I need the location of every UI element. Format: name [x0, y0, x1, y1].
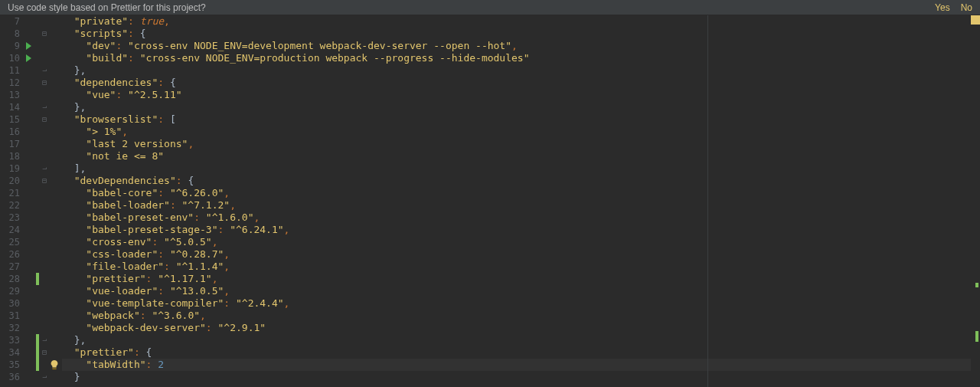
svg-rect-0	[52, 368, 56, 369]
line-number[interactable]: 23	[0, 212, 20, 224]
scrollbar-change-marker[interactable]	[975, 331, 978, 342]
line-number[interactable]: 20	[0, 175, 20, 187]
code-line[interactable]: "webpack": "^3.6.0",	[62, 310, 980, 322]
line-number[interactable]: 36	[0, 371, 20, 383]
code-line[interactable]: }	[62, 371, 980, 383]
line-number[interactable]: 16	[0, 126, 20, 138]
line-number[interactable]: 24	[0, 224, 20, 236]
notification-no-link[interactable]: No	[961, 0, 972, 15]
fold-end-icon: ⌐	[41, 101, 48, 113]
code-line[interactable]: "webpack-dev-server": "^2.9.1"	[62, 322, 980, 334]
run-gutter	[24, 15, 36, 387]
code-line[interactable]: "> 1%",	[62, 126, 980, 138]
fold-toggle-open-icon[interactable]: ⊟	[41, 28, 48, 40]
fold-toggle-open-icon[interactable]: ⊟	[41, 346, 48, 359]
intention-gutter	[48, 15, 62, 387]
code-line[interactable]: },	[62, 334, 980, 346]
code-line[interactable]: },	[62, 64, 980, 77]
right-margin-guide	[707, 15, 708, 387]
line-number[interactable]: 31	[0, 310, 20, 322]
line-number[interactable]: 12	[0, 77, 20, 89]
line-number[interactable]: 14	[0, 101, 20, 113]
code-line[interactable]: "browserslist": [	[62, 113, 980, 126]
code-line[interactable]: "babel-core": "^6.26.0",	[62, 187, 980, 199]
vcs-added-marker[interactable]	[36, 334, 39, 371]
line-number[interactable]: 22	[0, 199, 20, 212]
code-line[interactable]: "dependencies": {	[62, 77, 980, 89]
code-line[interactable]: "css-loader": "^0.28.7",	[62, 248, 980, 261]
line-number[interactable]: 35	[0, 359, 20, 371]
code-line[interactable]: "last 2 versions",	[62, 138, 980, 150]
code-line[interactable]: "private": true,	[62, 15, 980, 28]
notification-bar: Use code style based on Prettier for thi…	[0, 0, 980, 15]
fold-gutter[interactable]: ⊟⌐⊟⌐⊟⌐⊟⌐⊟⌐	[41, 15, 48, 387]
line-number[interactable]: 8	[0, 28, 20, 40]
scrollbar-strip[interactable]	[971, 15, 980, 387]
code-line[interactable]: },	[62, 101, 980, 113]
run-script-icon[interactable]	[26, 54, 31, 62]
code-line[interactable]: "babel-preset-env": "^1.6.0",	[62, 212, 980, 224]
code-line[interactable]: "dev": "cross-env NODE_ENV=development w…	[62, 40, 980, 52]
scrollbar-change-marker[interactable]	[975, 283, 978, 287]
code-line[interactable]: "babel-preset-stage-3": "^6.24.1",	[62, 224, 980, 236]
line-number-gutter[interactable]: 7891011121314151617181920212223242526272…	[0, 15, 24, 387]
intention-bulb-icon[interactable]	[49, 359, 60, 370]
code-line[interactable]: ],	[62, 162, 980, 175]
fold-end-icon: ⌐	[41, 371, 48, 383]
line-number[interactable]: 7	[0, 15, 20, 28]
line-number[interactable]: 13	[0, 89, 20, 101]
code-line[interactable]: "tabWidth": 2	[62, 359, 980, 371]
code-line[interactable]: "vue-loader": "^13.0.5",	[62, 285, 980, 297]
fold-toggle-open-icon[interactable]: ⊟	[41, 175, 48, 187]
line-number[interactable]: 27	[0, 261, 20, 273]
code-line[interactable]: "file-loader": "^1.1.4",	[62, 261, 980, 273]
line-number[interactable]: 19	[0, 162, 20, 175]
fold-toggle-open-icon[interactable]: ⊟	[41, 113, 48, 126]
fold-end-icon: ⌐	[41, 162, 48, 175]
code-line[interactable]: "vue-template-compiler": "^2.4.4",	[62, 297, 980, 310]
code-line[interactable]: "vue": "^2.5.11"	[62, 89, 980, 101]
inspection-status-icon[interactable]	[971, 15, 980, 25]
code-line[interactable]: "not ie <= 8"	[62, 150, 980, 162]
line-number[interactable]: 18	[0, 150, 20, 162]
line-number[interactable]: 17	[0, 138, 20, 150]
code-area[interactable]: "private": true, "scripts": { "dev": "cr…	[62, 15, 980, 387]
line-number[interactable]: 10	[0, 52, 20, 64]
line-number[interactable]: 29	[0, 285, 20, 297]
fold-toggle-open-icon[interactable]: ⊟	[41, 77, 48, 89]
code-line[interactable]: "scripts": {	[62, 28, 980, 40]
code-line[interactable]: "build": "cross-env NODE_ENV=production …	[62, 52, 980, 64]
code-line[interactable]: "prettier": {	[62, 346, 980, 359]
line-number[interactable]: 33	[0, 334, 20, 346]
line-number[interactable]: 25	[0, 236, 20, 248]
fold-end-icon: ⌐	[41, 334, 48, 346]
code-line[interactable]: "babel-loader": "^7.1.2",	[62, 199, 980, 212]
line-number[interactable]: 21	[0, 187, 20, 199]
line-number[interactable]: 30	[0, 297, 20, 310]
line-number[interactable]: 11	[0, 64, 20, 77]
code-line[interactable]: "prettier": "^1.17.1",	[62, 273, 980, 285]
vcs-added-marker[interactable]	[36, 273, 39, 285]
line-number[interactable]: 15	[0, 113, 20, 126]
fold-end-icon: ⌐	[41, 64, 48, 77]
run-script-icon[interactable]	[26, 42, 31, 50]
notification-yes-link[interactable]: Yes	[935, 0, 950, 15]
line-number[interactable]: 34	[0, 346, 20, 359]
line-number[interactable]: 28	[0, 273, 20, 285]
code-line[interactable]: "devDependencies": {	[62, 175, 980, 187]
line-number[interactable]: 26	[0, 248, 20, 261]
line-number[interactable]: 9	[0, 40, 20, 52]
code-editor[interactable]: 7891011121314151617181920212223242526272…	[0, 15, 980, 387]
notification-message: Use code style based on Prettier for thi…	[8, 0, 206, 15]
line-number[interactable]: 32	[0, 322, 20, 334]
code-line[interactable]: "cross-env": "^5.0.5",	[62, 236, 980, 248]
